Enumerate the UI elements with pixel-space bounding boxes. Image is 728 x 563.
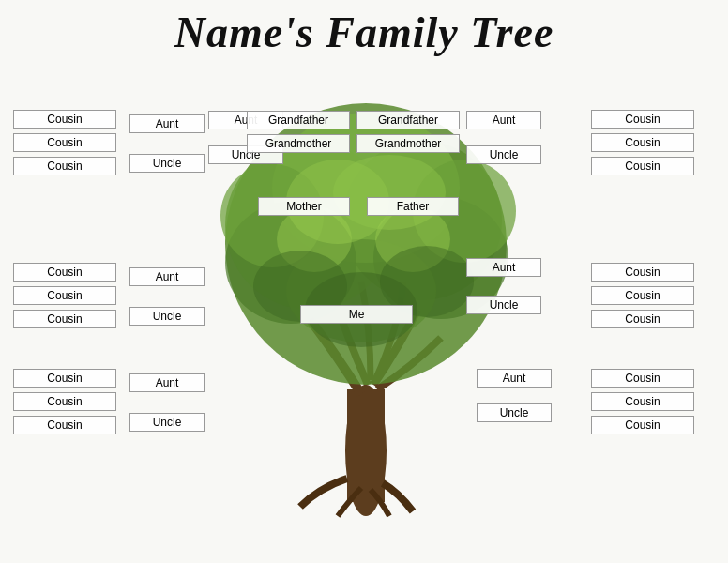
- grandfather-maternal: Grandfather: [247, 111, 350, 129]
- father-label: Father: [367, 197, 459, 216]
- grandmother-paternal: Grandmother: [356, 134, 460, 153]
- right-cousin-2: Cousin: [591, 133, 694, 152]
- left-cousin-5: Cousin: [13, 286, 116, 305]
- grandfather-paternal: Grandfather: [356, 111, 460, 129]
- right-cousin-4: Cousin: [591, 263, 694, 282]
- left-cousin-6: Cousin: [13, 310, 116, 328]
- left-cousin-4: Cousin: [13, 263, 116, 282]
- left-uncle-3: Uncle: [129, 413, 205, 432]
- left-aunt-3: Aunt: [129, 373, 205, 392]
- grandmother-maternal: Grandmother: [247, 134, 350, 153]
- left-aunt-1: Aunt: [129, 114, 205, 133]
- right-cousin-3: Cousin: [591, 157, 694, 175]
- left-aunt-2: Aunt: [129, 267, 205, 286]
- right-cousin-7: Cousin: [591, 369, 694, 388]
- right-cousin-8: Cousin: [591, 392, 694, 411]
- center-aunt-3: Aunt: [466, 111, 541, 129]
- mother-label: Mother: [258, 197, 350, 216]
- center-uncle-3: Uncle: [466, 296, 541, 314]
- me-label: Me: [300, 305, 413, 324]
- page-title: Name's Family Tree: [0, 0, 728, 57]
- right-cousin-6: Cousin: [591, 310, 694, 328]
- left-uncle-1: Uncle: [129, 154, 205, 173]
- center-aunt-5: Aunt: [466, 258, 541, 277]
- left-uncle-2: Uncle: [129, 307, 205, 326]
- left-cousin-2: Cousin: [13, 133, 116, 152]
- right-cousin-5: Cousin: [591, 286, 694, 305]
- right-cousin-1: Cousin: [591, 110, 694, 129]
- right-aunt-3: Aunt: [477, 369, 552, 388]
- left-cousin-3: Cousin: [13, 157, 116, 175]
- right-cousin-9: Cousin: [591, 416, 694, 434]
- svg-rect-1: [347, 389, 385, 502]
- left-cousin-1: Cousin: [13, 110, 116, 129]
- right-uncle-4: Uncle: [477, 403, 552, 422]
- center-uncle-2: Uncle: [466, 145, 541, 164]
- left-cousin-7: Cousin: [13, 369, 116, 388]
- left-cousin-8: Cousin: [13, 392, 116, 411]
- left-cousin-9: Cousin: [13, 416, 116, 434]
